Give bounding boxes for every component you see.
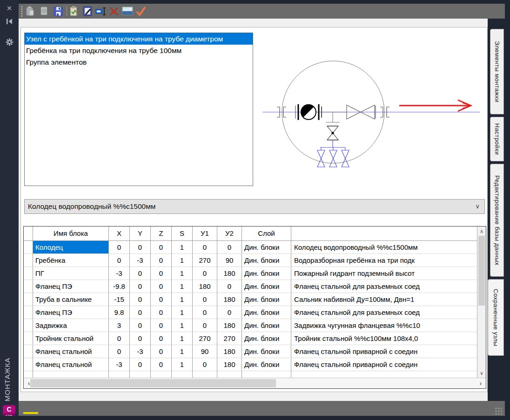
cell-y[interactable]: -3 bbox=[130, 345, 151, 358]
table-vertical-scrollbar[interactable]: ∧ ∨ bbox=[477, 227, 486, 378]
row-selector-cell[interactable] bbox=[24, 267, 33, 280]
side-tab-3[interactable]: Редактирование базы данных bbox=[490, 164, 504, 277]
cell-x[interactable]: 0 bbox=[109, 254, 130, 267]
table-row[interactable]: Гребёнка0-30127090Дин. блокиВодоразборна… bbox=[24, 254, 486, 267]
cell-s[interactable]: 1 bbox=[172, 280, 193, 293]
cell-x[interactable]: -15 bbox=[109, 293, 130, 306]
cell-layer[interactable]: Дин. блоки bbox=[242, 280, 291, 293]
horizontal-scroll-thumb[interactable] bbox=[30, 379, 276, 387]
cell-desc[interactable]: Задвижка чугунная фланцевая %%c10 bbox=[291, 319, 486, 332]
cell-y[interactable]: 0 bbox=[130, 267, 151, 280]
cell-s[interactable]: 1 bbox=[172, 293, 193, 306]
cell-u1[interactable]: 0 bbox=[193, 306, 217, 319]
image-button[interactable] bbox=[121, 5, 134, 17]
cell-u2[interactable]: 270 bbox=[217, 332, 242, 345]
cell-u2[interactable]: 90 bbox=[217, 254, 242, 267]
cell-x[interactable]: -3 bbox=[109, 267, 130, 280]
cell-desc[interactable]: Водоразборная гребёнка на три подк bbox=[291, 254, 486, 267]
cell-name[interactable]: Колодец bbox=[33, 241, 109, 254]
cell-desc[interactable]: Колодец водопроводный %%c1500мм bbox=[291, 241, 486, 254]
column-header[interactable]: Слой bbox=[242, 227, 291, 241]
cell-u1[interactable]: 270 bbox=[193, 254, 217, 267]
cell-layer[interactable]: Дин. блоки bbox=[242, 332, 291, 345]
toolbar-drag-grip[interactable] bbox=[20, 6, 23, 17]
cell-s[interactable]: 1 bbox=[172, 332, 193, 345]
cell-name[interactable]: Задвижка bbox=[33, 319, 109, 332]
table-row[interactable]: Фланец ПЭ9.800100Дин. блокиФланец стальн… bbox=[24, 306, 486, 319]
update-button[interactable] bbox=[38, 5, 50, 17]
column-header[interactable]: Имя блока bbox=[33, 227, 109, 241]
column-header[interactable]: У2 bbox=[217, 227, 242, 241]
list-item[interactable]: Гребёнка на три подключения на трубе 100… bbox=[25, 45, 253, 56]
table-row[interactable]: Колодец000100Дин. блокиКолодец водопрово… bbox=[24, 241, 486, 254]
cell-y[interactable]: 0 bbox=[130, 280, 151, 293]
cell-desc[interactable]: Сальник набивной Ду=100мм, Двн=1 bbox=[291, 293, 486, 306]
table-row[interactable]: Фланец стальной-30010180Дин. блокиФланец… bbox=[24, 358, 486, 371]
cell-x[interactable]: 0 bbox=[109, 332, 130, 345]
cell-x[interactable]: -9.8 bbox=[109, 280, 130, 293]
column-header[interactable]: S bbox=[172, 227, 193, 241]
column-header[interactable]: Y bbox=[130, 227, 151, 241]
cell-layer[interactable]: Дин. блоки bbox=[242, 241, 291, 254]
cell-y[interactable]: 0 bbox=[130, 306, 151, 319]
row-selector-cell[interactable] bbox=[24, 254, 33, 267]
cell-name[interactable]: Тройник стальной bbox=[33, 332, 109, 345]
gear-icon[interactable] bbox=[0, 38, 19, 49]
cell-layer[interactable]: Дин. блоки bbox=[242, 306, 291, 319]
scroll-up-icon[interactable]: ∧ bbox=[477, 227, 486, 235]
cell-s[interactable]: 1 bbox=[172, 241, 193, 254]
row-selector-cell[interactable] bbox=[24, 293, 33, 306]
cell-layer[interactable]: Дин. блоки bbox=[242, 319, 291, 332]
vertical-scroll-thumb[interactable] bbox=[478, 236, 485, 306]
column-header[interactable] bbox=[291, 227, 486, 241]
row-selector-cell[interactable] bbox=[24, 319, 33, 332]
row-selector-cell[interactable] bbox=[24, 332, 33, 345]
cell-s[interactable]: 1 bbox=[172, 358, 193, 371]
table-row[interactable]: Тройник стальной0001270270Дин. блокиТрой… bbox=[24, 332, 486, 345]
table-row[interactable]: Труба в сальнике-150010180Дин. блокиСаль… bbox=[24, 293, 486, 306]
cell-name[interactable]: Фланец стальной bbox=[33, 345, 109, 358]
cell-u1[interactable]: 0 bbox=[193, 241, 217, 254]
apply-check-icon[interactable] bbox=[135, 5, 147, 17]
cell-layer[interactable]: Дин. блоки bbox=[242, 358, 291, 371]
cell-z[interactable]: 0 bbox=[151, 319, 172, 332]
cell-name[interactable]: Гребёнка bbox=[33, 254, 109, 267]
cell-s[interactable]: 1 bbox=[172, 306, 193, 319]
row-selector-cell[interactable] bbox=[24, 280, 33, 293]
scroll-right-icon[interactable]: › bbox=[476, 378, 485, 388]
row-selector-cell[interactable] bbox=[24, 241, 33, 254]
cell-layer[interactable]: Дин. блоки bbox=[242, 254, 291, 267]
cell-name[interactable]: ПГ bbox=[33, 267, 109, 280]
cell-u1[interactable]: 90 bbox=[193, 345, 217, 358]
cell-z[interactable]: 0 bbox=[151, 358, 172, 371]
table-row[interactable]: Фланец стальной0-30190180Дин. блокиФлане… bbox=[24, 345, 486, 358]
cell-u2[interactable]: 180 bbox=[217, 345, 242, 358]
cell-z[interactable]: 0 bbox=[151, 280, 172, 293]
cell-z[interactable]: 0 bbox=[151, 254, 172, 267]
cell-s[interactable]: 1 bbox=[172, 345, 193, 358]
cell-z[interactable]: 0 bbox=[151, 306, 172, 319]
cell-s[interactable]: 1 bbox=[172, 254, 193, 267]
text-field-button[interactable] bbox=[95, 5, 107, 17]
side-tab-2[interactable]: Настройки bbox=[490, 117, 504, 161]
cell-y[interactable]: 0 bbox=[130, 332, 151, 345]
delete-icon[interactable] bbox=[108, 5, 120, 17]
row-selector-cell[interactable] bbox=[24, 306, 33, 319]
cell-z[interactable]: 0 bbox=[151, 241, 172, 254]
table-row[interactable]: ПГ-30010180Дин. блокиПожарный гидрант по… bbox=[24, 267, 486, 280]
cell-z[interactable]: 0 bbox=[151, 345, 172, 358]
edit-pen-button[interactable] bbox=[81, 5, 94, 17]
cell-u1[interactable]: 0 bbox=[193, 267, 217, 280]
cell-x[interactable]: 0 bbox=[109, 345, 130, 358]
node-name-combo[interactable]: Колодец водопроводный %%c1500мм ∨ bbox=[24, 199, 485, 214]
cell-x[interactable]: 9.8 bbox=[109, 306, 130, 319]
cell-name[interactable]: Фланец ПЭ bbox=[33, 306, 109, 319]
cell-desc[interactable]: Фланец стальной приварной с соедин bbox=[291, 358, 486, 371]
cell-x[interactable]: 3 bbox=[109, 319, 130, 332]
table-row[interactable]: Задвижка30010180Дин. блокиЗадвижка чугун… bbox=[24, 319, 486, 332]
cell-u2[interactable]: 0 bbox=[217, 306, 242, 319]
row-selector-cell[interactable] bbox=[24, 345, 33, 358]
cell-desc[interactable]: Фланец стальной для разъемных соед bbox=[291, 280, 486, 293]
cell-y[interactable]: 0 bbox=[130, 319, 151, 332]
cell-x[interactable]: 0 bbox=[109, 241, 130, 254]
